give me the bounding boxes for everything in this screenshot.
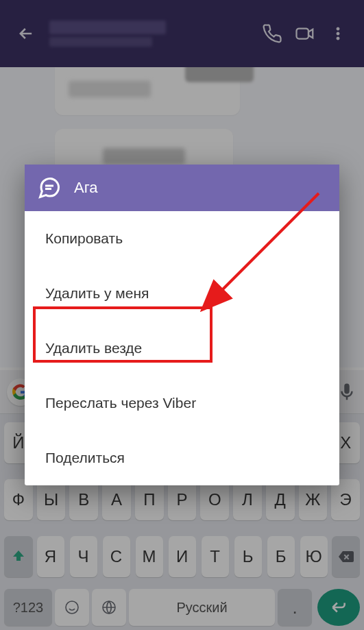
- key-Ю[interactable]: Ю: [300, 536, 328, 577]
- menu-item-delete-everywhere[interactable]: Удалить везде: [25, 321, 339, 376]
- back-arrow-icon: [16, 24, 36, 43]
- shift-icon: [10, 548, 27, 565]
- video-icon: [293, 23, 317, 44]
- video-call-button[interactable]: [289, 17, 321, 50]
- key-Т[interactable]: Т: [202, 536, 229, 577]
- key-Я[interactable]: Я: [37, 536, 64, 577]
- keyboard-row-3: ЯЧСМИТЬБЮ: [0, 528, 364, 585]
- key-М[interactable]: М: [136, 536, 163, 577]
- dialog-title: Ага: [74, 179, 97, 197]
- message-context-menu: Ага Копировать Удалить у меня Удалить ве…: [25, 165, 339, 485]
- key-Б[interactable]: Б: [267, 536, 295, 577]
- menu-item-forward-viber[interactable]: Переслать через Viber: [25, 376, 339, 431]
- globe-icon: [101, 599, 117, 616]
- svg-point-1: [337, 27, 339, 30]
- symbols-key[interactable]: ?123: [4, 589, 52, 626]
- backspace-icon: [336, 548, 355, 565]
- enter-icon: [330, 598, 348, 616]
- voice-call-button[interactable]: [256, 17, 289, 50]
- backspace-key[interactable]: [332, 536, 361, 577]
- chat-title-block[interactable]: [49, 21, 166, 47]
- menu-item-copy[interactable]: Копировать: [25, 211, 339, 266]
- more-vertical-icon: [330, 24, 346, 43]
- key-И[interactable]: И: [169, 536, 196, 577]
- svg-point-3: [337, 37, 339, 40]
- phone-icon: [262, 23, 282, 44]
- shift-key[interactable]: [4, 536, 33, 577]
- emoji-key[interactable]: [55, 589, 89, 626]
- message-bubble: [55, 67, 240, 115]
- svg-point-4: [66, 601, 78, 614]
- key-Ь[interactable]: Ь: [234, 536, 262, 577]
- emoji-icon: [64, 599, 80, 616]
- period-key[interactable]: .: [278, 589, 312, 626]
- language-key[interactable]: [92, 589, 126, 626]
- svg-rect-0: [297, 29, 309, 39]
- menu-item-share[interactable]: Поделиться: [25, 431, 339, 485]
- message-bubble-icon: [37, 175, 62, 200]
- back-button[interactable]: [10, 17, 43, 50]
- more-menu-button[interactable]: [321, 17, 354, 50]
- keyboard-bottom-row: ?123 Русский .: [0, 585, 364, 630]
- app-bar: [0, 0, 364, 67]
- svg-point-2: [337, 32, 339, 35]
- enter-key[interactable]: [317, 589, 360, 626]
- space-key[interactable]: Русский: [129, 589, 275, 626]
- menu-item-delete-for-me[interactable]: Удалить у меня: [25, 266, 339, 321]
- microphone-icon[interactable]: [337, 382, 357, 402]
- dialog-header: Ага: [25, 165, 339, 211]
- key-С[interactable]: С: [103, 536, 130, 577]
- key-Ч[interactable]: Ч: [70, 536, 97, 577]
